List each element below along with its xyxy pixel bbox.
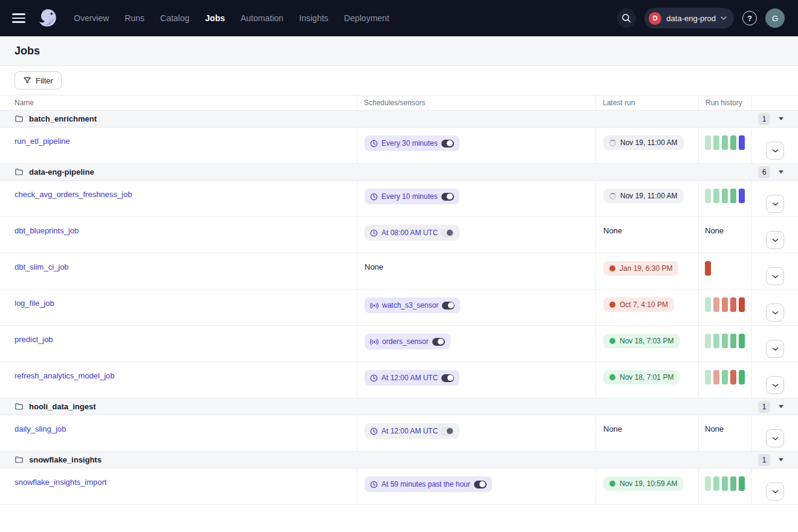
latest-run-pill[interactable]: Nov 19, 11:00 AM (603, 135, 684, 150)
nav-item-catalog[interactable]: Catalog (160, 13, 189, 23)
job-actions-dropdown-button[interactable] (766, 141, 784, 160)
run-history-bar[interactable] (713, 189, 719, 203)
job-link[interactable]: check_avg_orders_freshness_job (15, 190, 132, 199)
run-history-bar[interactable] (713, 135, 719, 150)
run-history-bar[interactable] (730, 476, 736, 491)
search-button[interactable] (617, 8, 636, 28)
nav-item-overview[interactable]: Overview (74, 13, 109, 23)
group-collapse-caret-icon[interactable] (779, 458, 783, 461)
schedule-chip[interactable]: At 12:00 AM UTC (365, 370, 459, 386)
run-history-bar[interactable] (705, 334, 711, 348)
job-link[interactable]: predict_job (15, 335, 53, 344)
run-history-bar[interactable] (730, 334, 736, 348)
run-history-bar[interactable] (705, 370, 711, 384)
group-collapse-caret-icon[interactable] (779, 117, 783, 120)
run-history-bar[interactable] (722, 334, 728, 348)
job-actions-dropdown-button[interactable] (766, 429, 784, 447)
toggle-on-icon[interactable] (432, 338, 445, 346)
job-actions-dropdown-button[interactable] (766, 267, 784, 285)
job-actions-dropdown-button[interactable] (766, 340, 784, 358)
run-history-none-label: None (705, 424, 724, 433)
latest-run-pill[interactable]: Nov 19, 10:59 AM (603, 476, 683, 491)
job-actions-dropdown-button[interactable] (766, 482, 784, 501)
toggle-on-icon[interactable] (441, 374, 454, 382)
run-history-bar[interactable] (722, 370, 728, 384)
schedule-chip[interactable]: Every 30 minutes (365, 135, 459, 151)
chevron-down-icon (772, 436, 779, 441)
run-history-bar[interactable] (739, 334, 745, 348)
latest-run-pill[interactable]: Nov 18, 7:01 PM (603, 370, 680, 384)
nav-item-automation[interactable]: Automation (241, 13, 284, 23)
job-link[interactable]: dbt_blueprints_job (15, 226, 79, 235)
job-link[interactable]: log_file_job (15, 299, 54, 308)
dagster-logo[interactable] (36, 7, 59, 30)
run-history-bar[interactable] (730, 189, 736, 203)
run-history-bar[interactable] (713, 297, 719, 312)
jobs-table: Name Schedules/sensors Latest run Run hi… (0, 95, 798, 505)
run-history-bar[interactable] (713, 334, 719, 348)
run-history-bar[interactable] (730, 297, 736, 312)
run-history-bar[interactable] (739, 189, 745, 203)
nav-item-runs[interactable]: Runs (125, 13, 144, 23)
run-history-bar[interactable] (739, 476, 745, 491)
schedule-chip[interactable]: At 08:00 AM UTC (365, 225, 459, 241)
group-collapse-caret-icon[interactable] (779, 405, 783, 408)
group-row[interactable]: data-eng-pipeline6 (0, 164, 798, 181)
toggle-on-icon[interactable] (442, 302, 455, 310)
nav-item-jobs[interactable]: Jobs (205, 13, 225, 23)
run-history-bar[interactable] (722, 135, 728, 150)
filter-button[interactable]: Filter (15, 71, 62, 89)
run-history-bar[interactable] (705, 476, 711, 491)
group-row[interactable]: snowflake_insights1 (0, 452, 798, 469)
run-history-bar[interactable] (713, 476, 719, 491)
run-history-bar[interactable] (713, 370, 719, 384)
latest-run-pill[interactable]: Oct 7, 4:10 PM (603, 297, 674, 312)
avatar[interactable]: G (765, 8, 785, 28)
job-link[interactable]: refresh_analytics_model_job (15, 371, 114, 380)
run-history-bar[interactable] (722, 476, 728, 491)
job-link[interactable]: snowflake_insights_import (15, 478, 106, 487)
run-history-bar[interactable] (739, 297, 745, 312)
latest-run-time: Nov 19, 11:00 AM (620, 138, 678, 147)
toggle-off-icon[interactable] (441, 229, 454, 237)
deployment-switcher[interactable]: D data-eng-prod (644, 8, 734, 28)
latest-run-pill[interactable]: Nov 18, 7:03 PM (603, 334, 680, 348)
latest-run-pill[interactable]: Jan 19, 6:30 PM (603, 261, 678, 276)
run-history-bar[interactable] (730, 135, 736, 150)
run-history-bar[interactable] (730, 370, 736, 384)
job-actions-dropdown-button[interactable] (766, 376, 784, 394)
job-link[interactable]: dbt_slim_ci_job (15, 262, 69, 271)
toggle-off-icon[interactable] (441, 427, 454, 435)
job-link[interactable]: run_etl_pipeline (15, 137, 70, 146)
toggle-on-icon[interactable] (441, 140, 454, 148)
schedule-chip[interactable]: Every 10 minutes (365, 189, 459, 204)
run-history-bar[interactable] (705, 261, 711, 276)
sensor-chip[interactable]: watch_s3_sensor (365, 297, 460, 313)
group-collapse-caret-icon[interactable] (779, 170, 783, 174)
run-history-bar[interactable] (705, 189, 711, 203)
nav-item-insights[interactable]: Insights (299, 13, 328, 23)
latest-run-none-label: None (603, 226, 622, 235)
toggle-on-icon[interactable] (474, 481, 487, 488)
job-actions-dropdown-button[interactable] (766, 303, 784, 322)
job-actions-dropdown-button[interactable] (766, 195, 784, 213)
toggle-on-icon[interactable] (441, 193, 454, 201)
sensor-chip[interactable]: orders_sensor (365, 334, 450, 349)
nav-item-deployment[interactable]: Deployment (344, 13, 389, 23)
run-history-bar[interactable] (705, 297, 711, 312)
run-history-bar[interactable] (705, 135, 711, 150)
run-history-bar[interactable] (722, 297, 728, 312)
job-actions-dropdown-button[interactable] (766, 231, 784, 249)
job-link[interactable]: daily_sling_job (15, 424, 66, 433)
group-row[interactable]: batch_enrichment1 (0, 111, 798, 128)
latest-run-pill[interactable]: Nov 19, 11:00 AM (603, 189, 684, 203)
help-icon[interactable]: ? (742, 11, 757, 25)
run-history-bar[interactable] (739, 370, 745, 384)
run-history-bar[interactable] (722, 189, 728, 203)
filter-button-label: Filter (36, 76, 53, 85)
menu-icon[interactable] (12, 13, 25, 23)
schedule-chip[interactable]: At 59 minutes past the hour (365, 476, 492, 492)
run-history-bar[interactable] (739, 135, 745, 150)
group-row[interactable]: hooli_data_ingest1 (0, 398, 798, 415)
schedule-chip[interactable]: At 12:00 AM UTC (365, 423, 459, 439)
